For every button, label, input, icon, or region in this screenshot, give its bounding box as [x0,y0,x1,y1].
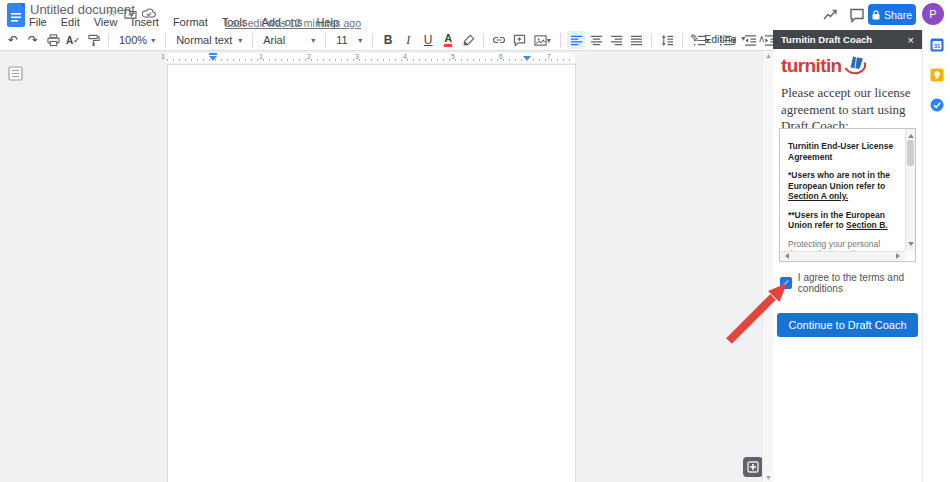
add-comment-button[interactable] [510,31,528,49]
undo-button[interactable]: ↶ [4,31,22,49]
print-button[interactable] [44,31,62,49]
google-calendar-icon[interactable]: 31 [930,38,944,52]
align-left-button[interactable] [567,31,585,49]
editing-mode-dropdown[interactable]: ✎ Editing ▾ [690,32,745,45]
turnitin-logo-mark-icon [843,55,867,79]
license-paragraph: *Users who are not in the European Union… [788,170,897,202]
first-line-indent-marker[interactable] [209,53,217,55]
divider [560,33,561,48]
divider [108,33,109,48]
insert-image-button[interactable]: ▾ [530,31,554,49]
section-b-link[interactable]: Section B. [846,220,888,230]
outline-icon [8,66,23,81]
line-spacing-icon [661,34,674,47]
explore-button[interactable] [743,457,763,477]
align-center-icon [590,34,603,47]
divider [483,33,484,48]
paint-format-button[interactable] [84,31,102,49]
menu-view[interactable]: View [94,16,118,28]
document-stats-icon[interactable] [822,7,838,23]
text-color-button[interactable]: A [439,31,457,49]
scroll-up-icon[interactable] [908,131,914,138]
redo-button[interactable]: ↷ [24,31,42,49]
scrollbar-thumb[interactable] [907,140,914,166]
image-icon [534,34,547,47]
outdent-icon [744,34,757,47]
section-a-link[interactable]: Section A only. [788,191,848,201]
styles-select[interactable]: Normal text▾ [172,34,246,46]
google-keep-icon[interactable] [930,68,944,82]
hide-menus-button[interactable]: ∧ [758,33,765,44]
menu-edit[interactable]: Edit [61,16,80,28]
align-right-button[interactable] [607,31,625,49]
scroll-up-icon[interactable]: ▲ [765,52,772,59]
chevron-down-icon: ▾ [151,36,155,45]
divider [372,33,373,48]
menu-file[interactable]: File [29,16,47,28]
spellcheck-button[interactable]: A✓ [64,31,82,49]
link-icon [492,33,506,47]
divider [165,33,166,48]
align-center-button[interactable] [587,31,605,49]
license-vertical-scrollbar[interactable] [905,129,915,251]
chevron-down-icon: ▾ [741,34,745,43]
right-indent-marker[interactable] [523,56,531,65]
document-page[interactable] [167,64,576,482]
divider [682,33,683,48]
turnitin-logo: turnitin [781,55,867,79]
continue-to-draft-coach-button[interactable]: Continue to Draft Coach [777,313,918,337]
google-docs-logo-icon[interactable] [7,3,25,27]
horizontal-ruler[interactable]: 1 1 2 3 4 5 6 7 [167,53,575,63]
license-paragraph: Protecting your personal data and privac… [788,239,897,252]
close-icon[interactable]: × [908,34,914,46]
bold-button[interactable]: B [379,31,397,49]
divider [325,33,326,48]
chevron-down-icon: ▾ [547,36,551,45]
explore-icon [747,461,759,473]
chevron-down-icon: ▾ [358,36,362,45]
zoom-select[interactable]: 100%▾ [115,34,159,46]
underline-button[interactable]: U [419,31,437,49]
license-agreement-box[interactable]: Turnitin End-User License Agreement *Use… [779,128,916,262]
highlighter-icon [462,34,475,47]
divider [252,33,253,48]
google-tasks-icon[interactable] [930,98,944,112]
scroll-left-icon[interactable] [782,253,789,259]
align-justify-button[interactable] [627,31,645,49]
agree-checkbox[interactable]: ✓ [780,277,792,289]
font-select[interactable]: Arial▾ [259,34,319,46]
scroll-down-icon[interactable]: ▼ [765,474,772,481]
pencil-icon: ✎ [690,32,699,45]
printer-icon [47,34,60,47]
chevron-down-icon: ▾ [238,36,242,45]
scroll-down-icon[interactable] [908,242,914,249]
lock-icon [872,10,880,20]
license-paragraph: **Users in the European Union refer to S… [788,210,897,231]
document-title[interactable]: Untitled document [30,2,135,17]
turnitin-panel-header: Turnitin Draft Coach × [773,30,922,49]
divider [651,33,652,48]
turnitin-logo-text: turnitin [781,55,842,77]
share-label: Share [884,9,912,21]
google-side-panel: 31 [922,30,950,482]
insert-link-button[interactable] [490,31,508,49]
italic-button[interactable]: I [399,31,417,49]
align-justify-icon [630,34,643,47]
font-size-select[interactable]: 11▾ [332,34,366,46]
title-bar: Untitled document ☆ File Edit View Inser… [0,0,950,30]
line-spacing-button[interactable] [658,31,676,49]
panel-title: Turnitin Draft Coach [781,34,872,45]
highlight-color-button[interactable] [459,31,477,49]
scroll-right-icon[interactable] [896,253,903,259]
share-button[interactable]: Share [868,4,916,25]
last-edit-link[interactable]: Last edit was 12 minutes ago [225,17,361,29]
left-indent-marker[interactable] [209,56,217,65]
comment-plus-icon [513,34,526,47]
license-horizontal-scrollbar[interactable] [780,251,905,261]
menu-insert[interactable]: Insert [131,16,159,28]
align-left-icon [570,34,583,47]
comment-history-icon[interactable] [849,7,865,23]
show-outline-button[interactable] [8,66,24,82]
account-avatar[interactable]: P [922,3,944,25]
menu-format[interactable]: Format [173,16,208,28]
